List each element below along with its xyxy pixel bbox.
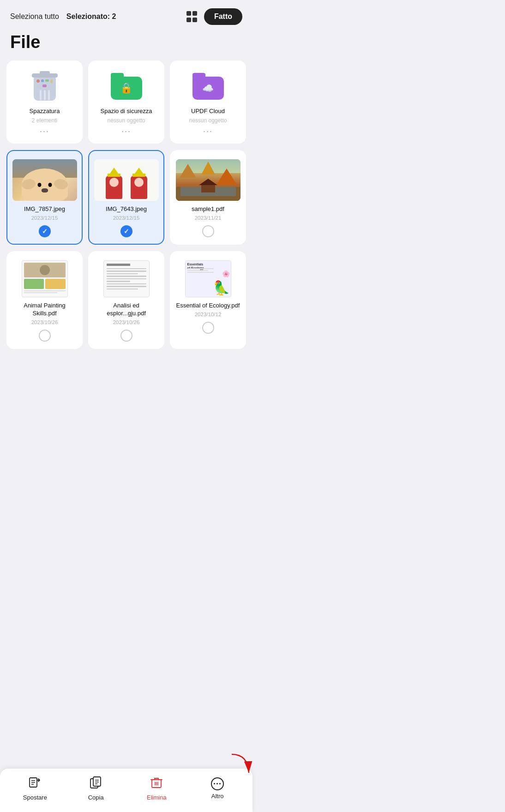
folder-cloud-subtitle: nessun oggetto — [189, 117, 227, 124]
header: Seleziona tutto Selezionato: 2 Fatto — [0, 0, 252, 30]
sample1-thumb — [176, 159, 240, 201]
file-img7857-check[interactable]: ✓ — [39, 225, 51, 237]
file-analisi-date: 2023/10/26 — [113, 319, 140, 325]
file-animal-check[interactable] — [39, 330, 51, 342]
file-animal-name: Animal Painting Skills.pdf — [12, 302, 77, 318]
check-icon: ✓ — [42, 228, 48, 235]
pdf-files-grid: Animal Painting Skills.pdf 2023/10/26 An… — [0, 251, 252, 349]
file-sample1-check[interactable] — [202, 225, 214, 237]
file-sample1[interactable]: sample1.pdf 2023/11/21 — [170, 150, 246, 245]
folder-cloud[interactable]: ☁️ UPDF Cloud nessun oggetto ··· — [170, 60, 246, 144]
file-img7643-name: IMG_7643.jpeg — [106, 205, 147, 213]
folder-trash-more[interactable]: ··· — [40, 126, 49, 136]
check-icon: ✓ — [124, 228, 129, 235]
file-img7643[interactable]: IMG_7643.jpeg 2023/12/15 ✓ — [88, 150, 164, 245]
file-analisi[interactable]: Analisi ed esplor...gju.pdf 2023/10/26 — [88, 251, 164, 349]
folder-cloud-name: UPDF Cloud — [191, 108, 225, 115]
security-icon-wrapper: 🔒 — [110, 70, 143, 103]
image-files-grid: IMG_7857.jpeg 2023/12/15 ✓ — [0, 150, 252, 245]
trash-icon-wrapper — [28, 70, 61, 103]
grid-icon — [186, 11, 198, 22]
select-all-button[interactable]: Seleziona tutto — [10, 12, 59, 21]
img7643-thumb — [94, 159, 159, 201]
analisi-thumb — [103, 260, 150, 297]
animal-painting-thumb — [22, 260, 68, 297]
file-sample1-date: 2023/11/21 — [195, 215, 222, 221]
file-ecology-check[interactable] — [202, 322, 214, 334]
folder-security[interactable]: 🔒 Spazio di sicurezza nessun oggetto ··· — [88, 60, 164, 144]
file-analisi-name: Analisi ed esplor...gju.pdf — [94, 302, 159, 318]
file-img7857-name: IMG_7857.jpeg — [24, 205, 65, 213]
folder-security-subtitle: nessun oggetto — [107, 117, 145, 124]
file-img7857-date: 2023/12/15 — [31, 215, 58, 221]
parrot-icon: 🦜 — [213, 280, 230, 296]
page-title: File — [0, 30, 252, 60]
cloud-icon-wrapper: ☁️ — [192, 70, 225, 103]
folder-trash[interactable]: Spazzatura 2 elementi ··· — [6, 60, 83, 144]
done-button[interactable]: Fatto — [204, 8, 242, 25]
selected-count: Selezionato: 2 — [66, 12, 116, 21]
folder-security-more[interactable]: ··· — [121, 126, 131, 136]
grid-view-button[interactable] — [186, 11, 198, 22]
file-animal-date: 2023/10/26 — [31, 319, 58, 325]
file-img7857[interactable]: IMG_7857.jpeg 2023/12/15 ✓ — [6, 150, 83, 245]
file-ecology[interactable]: Essentialsof Ecology 🦜 🌸 Essential of Ec… — [170, 251, 246, 349]
folder-trash-name: Spazzatura — [30, 108, 60, 115]
file-analisi-check[interactable] — [120, 330, 132, 342]
file-img7643-check[interactable]: ✓ — [120, 225, 132, 237]
file-sample1-name: sample1.pdf — [192, 205, 224, 213]
img7857-thumb — [12, 159, 77, 201]
folder-cloud-more[interactable]: ··· — [203, 126, 213, 136]
file-ecology-name: Essential of Ecology.pdf — [176, 302, 240, 310]
file-img7643-date: 2023/12/15 — [113, 215, 140, 221]
file-ecology-date: 2023/10/12 — [195, 312, 222, 317]
file-animal-painting[interactable]: Animal Painting Skills.pdf 2023/10/26 — [6, 251, 83, 349]
folder-trash-subtitle: 2 elementi — [32, 117, 57, 124]
folder-security-name: Spazio di sicurezza — [101, 108, 152, 115]
flowers-icon: 🌸 — [222, 270, 230, 277]
header-left: Seleziona tutto Selezionato: 2 — [10, 12, 116, 21]
system-folders-grid: Spazzatura 2 elementi ··· 🔒 Spazio di si… — [0, 60, 252, 144]
ecology-thumb: Essentialsof Ecology 🦜 🌸 — [185, 260, 231, 297]
